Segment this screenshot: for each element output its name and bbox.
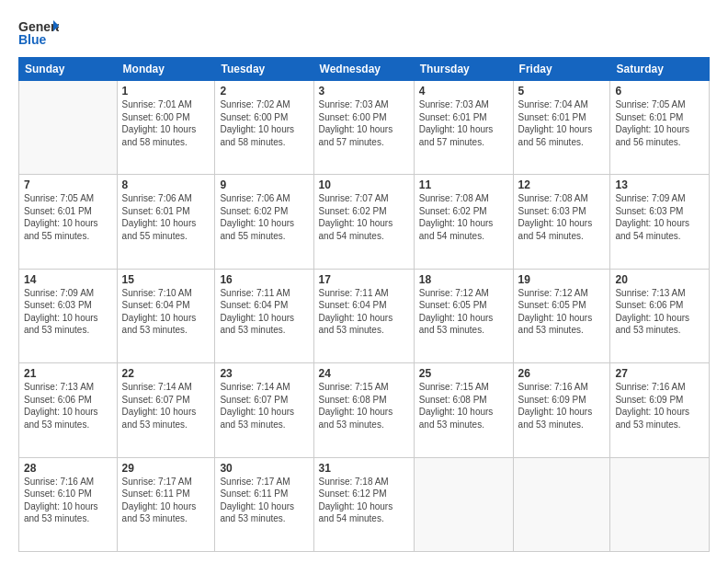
day-number: 17	[319, 273, 409, 286]
calendar-cell: 11Sunrise: 7:08 AM Sunset: 6:02 PM Dayli…	[414, 175, 513, 269]
day-number: 28	[24, 462, 112, 475]
calendar-cell: 17Sunrise: 7:11 AM Sunset: 6:04 PM Dayli…	[313, 269, 414, 362]
day-info: Sunrise: 7:07 AM Sunset: 6:02 PM Dayligh…	[319, 192, 409, 242]
svg-text:Blue: Blue	[18, 32, 47, 47]
day-info: Sunrise: 7:14 AM Sunset: 6:07 PM Dayligh…	[122, 381, 210, 431]
day-number: 10	[319, 178, 409, 191]
calendar-cell: 2Sunrise: 7:02 AM Sunset: 6:00 PM Daylig…	[215, 81, 313, 175]
calendar-cell: 20Sunrise: 7:13 AM Sunset: 6:06 PM Dayli…	[610, 269, 710, 362]
day-info: Sunrise: 7:06 AM Sunset: 6:01 PM Dayligh…	[122, 192, 210, 242]
calendar-table: SundayMondayTuesdayWednesdayThursdayFrid…	[18, 57, 710, 552]
day-info: Sunrise: 7:13 AM Sunset: 6:06 PM Dayligh…	[615, 287, 704, 337]
calendar-cell: 3Sunrise: 7:03 AM Sunset: 6:00 PM Daylig…	[313, 81, 414, 175]
day-info: Sunrise: 7:08 AM Sunset: 6:02 PM Dayligh…	[419, 192, 508, 242]
day-number: 20	[615, 273, 704, 286]
day-number: 7	[24, 178, 112, 191]
calendar-cell: 8Sunrise: 7:06 AM Sunset: 6:01 PM Daylig…	[117, 175, 215, 269]
day-number: 3	[319, 85, 409, 98]
calendar-cell: 22Sunrise: 7:14 AM Sunset: 6:07 PM Dayli…	[117, 363, 215, 457]
day-number: 18	[419, 273, 508, 286]
calendar-week-row: 28Sunrise: 7:16 AM Sunset: 6:10 PM Dayli…	[19, 457, 710, 551]
weekday-header-tuesday: Tuesday	[215, 58, 313, 81]
day-info: Sunrise: 7:16 AM Sunset: 6:10 PM Dayligh…	[24, 476, 112, 525]
day-info: Sunrise: 7:17 AM Sunset: 6:11 PM Dayligh…	[122, 476, 210, 525]
day-number: 15	[122, 273, 210, 286]
calendar-cell	[414, 457, 513, 551]
weekday-header-wednesday: Wednesday	[313, 58, 414, 81]
calendar-cell: 6Sunrise: 7:05 AM Sunset: 6:01 PM Daylig…	[610, 81, 710, 175]
day-info: Sunrise: 7:09 AM Sunset: 6:03 PM Dayligh…	[615, 192, 704, 242]
day-info: Sunrise: 7:04 AM Sunset: 6:01 PM Dayligh…	[518, 98, 606, 148]
day-number: 1	[122, 85, 210, 98]
calendar-cell: 26Sunrise: 7:16 AM Sunset: 6:09 PM Dayli…	[513, 363, 610, 457]
day-number: 23	[220, 367, 308, 380]
day-info: Sunrise: 7:15 AM Sunset: 6:08 PM Dayligh…	[419, 381, 508, 431]
calendar-cell: 23Sunrise: 7:14 AM Sunset: 6:07 PM Dayli…	[215, 363, 313, 457]
calendar-cell: 12Sunrise: 7:08 AM Sunset: 6:03 PM Dayli…	[513, 175, 610, 269]
calendar-cell: 28Sunrise: 7:16 AM Sunset: 6:10 PM Dayli…	[19, 457, 118, 551]
day-number: 5	[518, 85, 606, 98]
day-number: 9	[220, 178, 308, 191]
calendar-cell: 25Sunrise: 7:15 AM Sunset: 6:08 PM Dayli…	[414, 363, 513, 457]
day-info: Sunrise: 7:12 AM Sunset: 6:05 PM Dayligh…	[518, 287, 606, 337]
calendar-cell	[19, 81, 118, 175]
calendar-cell: 1Sunrise: 7:01 AM Sunset: 6:00 PM Daylig…	[117, 81, 215, 175]
day-info: Sunrise: 7:03 AM Sunset: 6:00 PM Dayligh…	[319, 98, 409, 148]
calendar-cell: 7Sunrise: 7:05 AM Sunset: 6:01 PM Daylig…	[19, 175, 118, 269]
calendar-cell: 14Sunrise: 7:09 AM Sunset: 6:03 PM Dayli…	[19, 269, 118, 362]
calendar-cell: 4Sunrise: 7:03 AM Sunset: 6:01 PM Daylig…	[414, 81, 513, 175]
weekday-header-friday: Friday	[513, 58, 610, 81]
day-info: Sunrise: 7:05 AM Sunset: 6:01 PM Dayligh…	[24, 192, 112, 242]
header: General Blue	[18, 17, 710, 50]
day-number: 30	[220, 462, 308, 475]
day-info: Sunrise: 7:06 AM Sunset: 6:02 PM Dayligh…	[220, 192, 308, 242]
calendar-week-row: 1Sunrise: 7:01 AM Sunset: 6:00 PM Daylig…	[19, 81, 710, 175]
day-info: Sunrise: 7:01 AM Sunset: 6:00 PM Dayligh…	[122, 98, 210, 148]
day-info: Sunrise: 7:11 AM Sunset: 6:04 PM Dayligh…	[319, 287, 409, 337]
day-info: Sunrise: 7:02 AM Sunset: 6:00 PM Dayligh…	[220, 98, 308, 148]
day-number: 29	[122, 462, 210, 475]
weekday-header-saturday: Saturday	[610, 58, 710, 81]
day-number: 22	[122, 367, 210, 380]
weekday-header-sunday: Sunday	[19, 58, 118, 81]
day-number: 25	[419, 367, 508, 380]
calendar-cell: 31Sunrise: 7:18 AM Sunset: 6:12 PM Dayli…	[313, 457, 414, 551]
day-number: 12	[518, 178, 606, 191]
calendar-cell: 29Sunrise: 7:17 AM Sunset: 6:11 PM Dayli…	[117, 457, 215, 551]
day-info: Sunrise: 7:17 AM Sunset: 6:11 PM Dayligh…	[220, 476, 308, 525]
day-number: 19	[518, 273, 606, 286]
day-info: Sunrise: 7:14 AM Sunset: 6:07 PM Dayligh…	[220, 381, 308, 431]
day-info: Sunrise: 7:13 AM Sunset: 6:06 PM Dayligh…	[24, 381, 112, 431]
day-number: 24	[319, 367, 409, 380]
day-info: Sunrise: 7:09 AM Sunset: 6:03 PM Dayligh…	[24, 287, 112, 337]
day-number: 8	[122, 178, 210, 191]
logo: General Blue	[18, 17, 59, 50]
day-number: 4	[419, 85, 508, 98]
day-info: Sunrise: 7:11 AM Sunset: 6:04 PM Dayligh…	[220, 287, 308, 337]
calendar-cell: 21Sunrise: 7:13 AM Sunset: 6:06 PM Dayli…	[19, 363, 118, 457]
calendar-cell: 5Sunrise: 7:04 AM Sunset: 6:01 PM Daylig…	[513, 81, 610, 175]
calendar-week-row: 7Sunrise: 7:05 AM Sunset: 6:01 PM Daylig…	[19, 175, 710, 269]
day-number: 11	[419, 178, 508, 191]
day-info: Sunrise: 7:03 AM Sunset: 6:01 PM Dayligh…	[419, 98, 508, 148]
day-number: 2	[220, 85, 308, 98]
calendar-cell: 16Sunrise: 7:11 AM Sunset: 6:04 PM Dayli…	[215, 269, 313, 362]
day-info: Sunrise: 7:10 AM Sunset: 6:04 PM Dayligh…	[122, 287, 210, 337]
calendar-cell: 13Sunrise: 7:09 AM Sunset: 6:03 PM Dayli…	[610, 175, 710, 269]
calendar-week-row: 14Sunrise: 7:09 AM Sunset: 6:03 PM Dayli…	[19, 269, 710, 362]
calendar-cell: 9Sunrise: 7:06 AM Sunset: 6:02 PM Daylig…	[215, 175, 313, 269]
day-info: Sunrise: 7:18 AM Sunset: 6:12 PM Dayligh…	[319, 476, 409, 525]
day-number: 26	[518, 367, 606, 380]
calendar-cell: 27Sunrise: 7:16 AM Sunset: 6:09 PM Dayli…	[610, 363, 710, 457]
calendar-cell: 15Sunrise: 7:10 AM Sunset: 6:04 PM Dayli…	[117, 269, 215, 362]
day-number: 31	[319, 462, 409, 475]
weekday-header-monday: Monday	[117, 58, 215, 81]
day-number: 13	[615, 178, 704, 191]
weekday-header-thursday: Thursday	[414, 58, 513, 81]
calendar-cell: 10Sunrise: 7:07 AM Sunset: 6:02 PM Dayli…	[313, 175, 414, 269]
calendar-cell	[513, 457, 610, 551]
page: General Blue SundayMondayTuesdayWednesda…	[0, 0, 728, 563]
day-info: Sunrise: 7:05 AM Sunset: 6:01 PM Dayligh…	[615, 98, 704, 148]
calendar-cell: 30Sunrise: 7:17 AM Sunset: 6:11 PM Dayli…	[215, 457, 313, 551]
day-info: Sunrise: 7:12 AM Sunset: 6:05 PM Dayligh…	[419, 287, 508, 337]
